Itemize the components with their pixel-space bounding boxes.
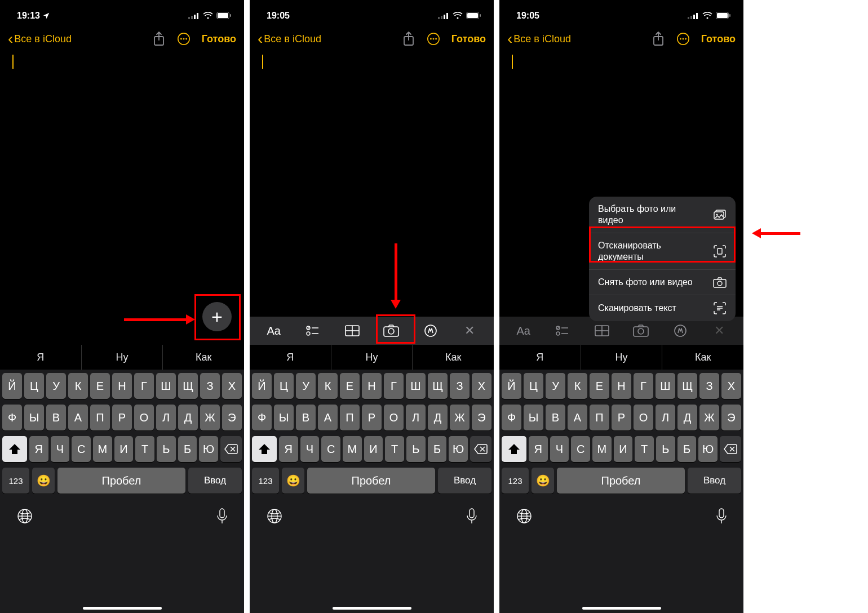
markup-icon[interactable]: [418, 319, 443, 342]
key[interactable]: Р: [112, 405, 132, 430]
space-key[interactable]: Пробел: [57, 468, 185, 494]
more-icon[interactable]: [427, 32, 440, 46]
key[interactable]: М: [343, 436, 362, 462]
backspace-key[interactable]: [220, 436, 242, 462]
key[interactable]: М: [93, 436, 112, 462]
key[interactable]: Д: [178, 405, 198, 430]
key[interactable]: Г: [634, 373, 653, 399]
key[interactable]: Е: [340, 373, 360, 399]
key[interactable]: Г: [384, 373, 404, 399]
text-format-icon[interactable]: Aa: [262, 319, 286, 342]
back-chevron-icon[interactable]: ‹: [507, 31, 512, 47]
key[interactable]: К: [68, 373, 88, 399]
key[interactable]: Й: [2, 373, 22, 399]
key[interactable]: П: [90, 405, 110, 430]
key[interactable]: У: [296, 373, 316, 399]
checklist-icon[interactable]: [300, 319, 325, 342]
key[interactable]: Ц: [524, 373, 543, 399]
enter-key[interactable]: Ввод: [688, 468, 741, 494]
emoji-key[interactable]: 😀: [32, 468, 55, 494]
key[interactable]: Я: [529, 436, 548, 462]
suggestion-2[interactable]: Ну: [331, 345, 413, 370]
note-body[interactable]: [250, 52, 494, 317]
key[interactable]: Л: [406, 405, 426, 430]
globe-icon[interactable]: [267, 508, 282, 524]
key[interactable]: С: [321, 436, 340, 462]
shift-key[interactable]: [252, 436, 277, 462]
home-indicator[interactable]: [83, 607, 162, 610]
backspace-key[interactable]: [470, 436, 491, 462]
suggestion-2[interactable]: Ну: [581, 345, 663, 370]
key[interactable]: Ч: [550, 436, 569, 462]
key[interactable]: С: [72, 436, 91, 462]
space-key[interactable]: Пробел: [307, 468, 435, 494]
key[interactable]: Л: [656, 405, 675, 430]
table-icon[interactable]: [590, 319, 614, 342]
suggestion-3[interactable]: Как: [413, 345, 494, 370]
key[interactable]: Н: [112, 373, 132, 399]
key[interactable]: Д: [428, 405, 448, 430]
key[interactable]: З: [450, 373, 470, 399]
back-button[interactable]: Все в iCloud: [264, 33, 400, 45]
key[interactable]: Б: [428, 436, 447, 462]
key[interactable]: О: [134, 405, 154, 430]
key[interactable]: К: [568, 373, 587, 399]
space-key[interactable]: Пробел: [557, 468, 685, 494]
key[interactable]: Ы: [524, 405, 543, 430]
key[interactable]: К: [318, 373, 338, 399]
key[interactable]: Ф: [252, 405, 272, 430]
key[interactable]: Е: [90, 373, 110, 399]
key[interactable]: В: [46, 405, 66, 430]
key[interactable]: Ц: [274, 373, 294, 399]
key[interactable]: Ы: [24, 405, 44, 430]
shift-key[interactable]: [502, 436, 526, 462]
key[interactable]: Р: [362, 405, 382, 430]
key[interactable]: Б: [677, 436, 697, 462]
key[interactable]: Я: [29, 436, 48, 462]
suggestion-1[interactable]: Я: [499, 345, 581, 370]
share-icon[interactable]: [652, 32, 665, 46]
done-button[interactable]: Готово: [701, 33, 736, 45]
mic-icon[interactable]: [467, 508, 477, 524]
key[interactable]: Ш: [406, 373, 426, 399]
key[interactable]: Т: [385, 436, 404, 462]
close-toolbar-icon[interactable]: ✕: [457, 319, 482, 342]
key[interactable]: Н: [362, 373, 382, 399]
back-button[interactable]: Все в iCloud: [14, 33, 150, 45]
key[interactable]: Т: [135, 436, 154, 462]
mic-icon[interactable]: [716, 508, 727, 524]
key[interactable]: Й: [252, 373, 272, 399]
key[interactable]: Е: [590, 373, 609, 399]
key[interactable]: Щ: [428, 373, 448, 399]
home-indicator[interactable]: [333, 607, 411, 610]
key[interactable]: Л: [156, 405, 176, 430]
key[interactable]: Э: [222, 405, 242, 430]
keyboard[interactable]: ЙЦУКЕНГШЩЗХ ФЫВАПРОЛДЖЭ ЯЧСМИТЬБЮ 123 😀 …: [0, 370, 244, 613]
key[interactable]: Д: [677, 405, 697, 430]
key[interactable]: Х: [472, 373, 491, 399]
back-button[interactable]: Все в iCloud: [513, 33, 650, 45]
emoji-key[interactable]: 😀: [532, 468, 554, 494]
key[interactable]: Ь: [656, 436, 675, 462]
key[interactable]: Ш: [656, 373, 675, 399]
key[interactable]: Т: [635, 436, 654, 462]
enter-key[interactable]: Ввод: [438, 468, 491, 494]
table-icon[interactable]: [340, 319, 365, 342]
mic-icon[interactable]: [217, 508, 227, 524]
enter-key[interactable]: Ввод: [188, 468, 242, 494]
key[interactable]: У: [546, 373, 565, 399]
key[interactable]: Ф: [2, 405, 22, 430]
key[interactable]: А: [68, 405, 88, 430]
emoji-key[interactable]: 😀: [282, 468, 304, 494]
markup-icon[interactable]: [668, 319, 693, 342]
done-button[interactable]: Готово: [451, 33, 486, 45]
backspace-key[interactable]: [720, 436, 741, 462]
key[interactable]: М: [592, 436, 612, 462]
suggestion-3[interactable]: Как: [662, 345, 743, 370]
suggestion-1[interactable]: Я: [0, 345, 82, 370]
suggestion-1[interactable]: Я: [250, 345, 331, 370]
back-chevron-icon[interactable]: ‹: [258, 31, 263, 47]
key[interactable]: Ж: [200, 405, 220, 430]
key[interactable]: С: [571, 436, 590, 462]
back-chevron-icon[interactable]: ‹: [8, 31, 13, 47]
